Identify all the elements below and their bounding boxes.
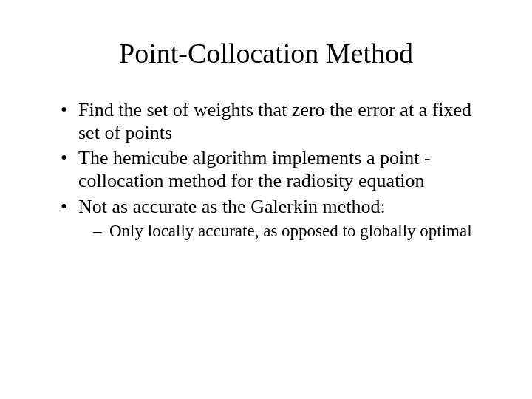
sub-bullet-item: Only locally accurate, as opposed to glo…: [93, 221, 473, 241]
slide-title: Point-Collocation Method: [44, 37, 488, 69]
bullet-item: Find the set of weights that zero the er…: [59, 99, 473, 144]
bullet-list: Find the set of weights that zero the er…: [59, 99, 473, 241]
bullet-item: Not as accurate as the Galerkin method: …: [59, 196, 473, 242]
bullet-text: Not as accurate as the Galerkin method:: [78, 196, 386, 217]
bullet-item: The hemicube algorithm implements a poin…: [59, 147, 473, 192]
slide: Point-Collocation Method Find the set of…: [0, 0, 532, 399]
sub-bullet-list: Only locally accurate, as opposed to glo…: [93, 221, 473, 241]
